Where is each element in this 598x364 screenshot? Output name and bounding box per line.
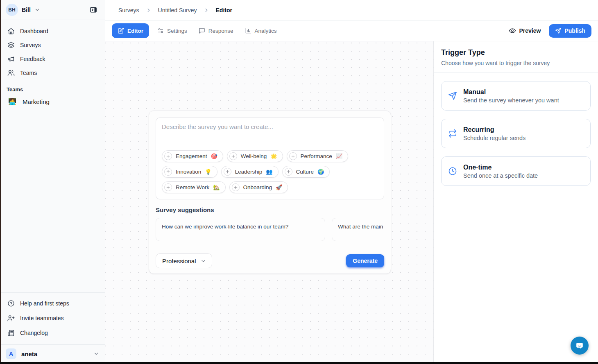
sidebar-toggle-button[interactable] [87,3,100,16]
chip-emoji: 🏡 [213,185,220,190]
tab-editor[interactable]: Editor [112,23,149,38]
user-plus-icon [7,314,15,322]
breadcrumb-survey-name[interactable]: Untitled Survey [158,7,197,14]
tab-label: Response [208,28,233,34]
survey-prompt-input[interactable] [162,123,378,150]
sidebar-item-surveys[interactable]: Surveys [3,38,102,52]
sliders-icon [157,27,164,34]
preview-label: Preview [519,27,541,34]
option-description: Send the survey whenever you want [463,97,559,104]
team-label: Marketing [23,98,50,105]
tab-label: Analytics [255,28,277,34]
topic-chip-performance[interactable]: Performance 📈 [287,150,349,162]
workspace-row: BH Bill [0,0,105,20]
sidebar-item-label: Invite teammates [20,315,64,321]
tab-settings[interactable]: Settings [152,23,193,38]
sidebar-footer: Help and first steps Invite teammates Ch… [0,292,105,342]
chevron-down-icon [34,7,40,13]
ai-generator-card: Engagement 🎯 Well-being 🌟 Performance [149,111,391,274]
topic-chip-onboarding[interactable]: Onboarding 🚀 [229,181,288,193]
topic-chip-leadership[interactable]: Leadership 👥 [221,166,279,178]
chip-emoji: 💡 [205,169,211,174]
panel-subtitle: Choose how you want to trigger the surve… [441,60,591,66]
sidebar-item-marketing[interactable]: 🧑‍💻 Marketing [3,94,102,109]
topic-chip-wellbeing[interactable]: Well-being 🌟 [227,150,283,162]
chip-emoji: 🌍 [317,169,324,174]
chip-label: Engagement [176,153,207,159]
send-icon [555,28,561,34]
sidebar-item-teams[interactable]: Teams [3,66,102,80]
window-bottom-edge [0,362,598,364]
chat-widget-button[interactable] [571,337,589,355]
topic-chip-culture[interactable]: Culture 🌍 [282,166,330,178]
preview-button[interactable]: Preview [505,25,545,37]
chip-label: Onboarding [243,184,272,190]
trigger-panel-header: Trigger Type Choose how you want to trig… [434,41,598,73]
sidebar-item-feedback[interactable]: Feedback [3,52,102,66]
breadcrumb: Surveys Untitled Survey Editor [105,0,598,20]
chip-emoji: 👥 [266,169,272,174]
tab-label: Settings [167,28,187,34]
tone-select[interactable]: Professional [156,253,212,268]
chip-label: Well-being [241,153,267,159]
topic-chips: Engagement 🎯 Well-being 🌟 Performance [162,150,378,193]
sidebar-item-help[interactable]: Help and first steps [3,296,102,311]
tab-analytics[interactable]: Analytics [239,23,283,38]
sidebar-item-label: Dashboard [20,28,48,34]
message-icon [199,27,205,34]
chevron-right-icon [204,7,209,13]
main-area: Surveys Untitled Survey Editor Editor Se… [105,0,598,364]
plus-icon [285,168,292,176]
breadcrumb-current-page: Editor [216,7,232,14]
trigger-option-manual[interactable]: Manual Send the survey whenever you want [441,81,591,111]
editor-toolbar: Editor Settings Response Analytics Previ… [105,20,598,41]
option-title: Manual [463,88,559,96]
chip-label: Performance [301,153,332,159]
account-switcher[interactable]: A aneta [0,344,105,364]
help-circle-icon [7,300,15,307]
content-area: Engagement 🎯 Well-being 🌟 Performance [105,41,598,364]
topic-chip-innovation[interactable]: Innovation 💡 [162,166,217,178]
chip-emoji: 🌟 [270,154,277,159]
sidebar-item-invite[interactable]: Invite teammates [3,311,102,326]
option-title: Recurring [463,126,526,133]
plus-icon [164,183,172,191]
app-root: BH Bill Dashboard Surveys [0,0,598,364]
sidebar-item-label: Teams [20,70,37,76]
sidebar-item-label: Feedback [20,56,45,62]
tab-response[interactable]: Response [193,23,239,38]
suggestion-card[interactable]: What are the main ob [332,218,384,241]
sidebar-item-changelog[interactable]: Changelog [3,326,102,340]
sidebar-item-dashboard[interactable]: Dashboard [3,24,102,38]
breadcrumb-surveys[interactable]: Surveys [118,7,139,14]
publish-button[interactable]: Publish [549,24,591,38]
prompt-box: Engagement 🎯 Well-being 🌟 Performance [156,118,384,199]
workspace-switcher[interactable]: BH Bill [6,4,40,16]
workspace-name: Bill [22,7,31,13]
suggestions-row: How can we improve work-life balance in … [156,218,384,241]
topic-chip-engagement[interactable]: Engagement 🎯 [162,150,223,162]
chat-bubble-icon [575,341,584,350]
option-description: Send once at a specific date [463,172,538,179]
trigger-options: Manual Send the survey whenever you want… [434,73,598,194]
panel-title: Trigger Type [441,48,591,57]
edit-icon [118,27,124,34]
generator-footer: Professional Generate [156,247,384,268]
eye-icon [509,27,516,34]
home-icon [7,27,15,35]
trigger-option-recurring[interactable]: Recurring Schedule regular sends [441,119,591,148]
chip-label: Culture [296,169,314,175]
plus-icon [164,152,172,160]
trigger-type-panel: Trigger Type Choose how you want to trig… [433,41,598,364]
tab-label: Editor [127,28,143,34]
suggestion-card[interactable]: How can we improve work-life balance in … [156,218,325,241]
trigger-option-one-time[interactable]: One-time Send once at a specific date [441,156,591,186]
team-emoji: 🧑‍💻 [8,98,16,105]
sidebar-item-label: Surveys [20,42,41,48]
generate-button[interactable]: Generate [346,254,384,267]
window-left-edge [0,0,1,364]
workspace-avatar: BH [6,4,18,16]
users-icon [7,69,15,77]
chevron-down-icon [93,351,99,357]
topic-chip-remote-work[interactable]: Remote Work 🏡 [162,181,226,193]
